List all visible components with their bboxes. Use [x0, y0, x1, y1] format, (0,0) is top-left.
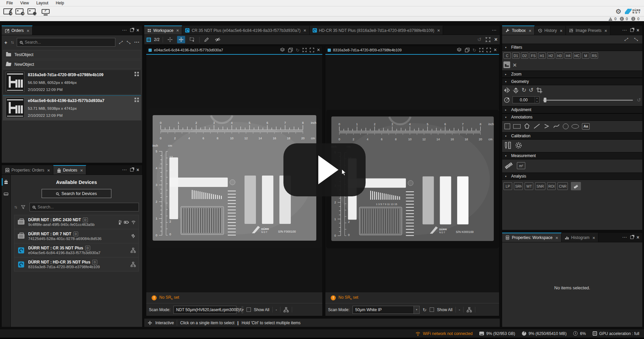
section-filters[interactable]: ▾ Filters	[502, 44, 642, 51]
copy-image-icon[interactable]	[288, 47, 293, 53]
rect-select-tool[interactable]	[188, 36, 196, 43]
section-annotations[interactable]: ▾ Annotations	[502, 113, 642, 121]
scan-mode-dropdown[interactable]: 50µm White IP ▾	[353, 306, 420, 314]
import-image-icon[interactable]: +	[15, 8, 23, 14]
analysis-lp-button[interactable]: LP	[503, 182, 512, 190]
warning-triangle-icon[interactable]: !	[608, 17, 612, 21]
annotation-line-tool[interactable]	[534, 124, 540, 129]
filter-c-button[interactable]: C	[503, 52, 511, 59]
filter-h1-button[interactable]: H1	[538, 52, 546, 59]
annotation-circle-tool[interactable]	[563, 124, 569, 129]
filter-hc-button[interactable]: HC	[573, 52, 581, 59]
scan-mode-dropdown[interactable]: NDT 50µm(HV620,laser6,rpm3000) ▾	[173, 306, 236, 314]
tab-close-icon[interactable]: ×	[304, 28, 306, 33]
workspace-tabs-menu-icon[interactable]: ···	[492, 28, 497, 32]
section-adjustment[interactable]: ▸ Adjustment	[502, 106, 642, 113]
filter-devices-icon[interactable]	[21, 205, 25, 209]
props-popout-icon[interactable]	[630, 236, 634, 239]
device-row-drc2430[interactable]: DÜRR NDT : DRC 2430 NDTD 9c4ff8fe-aeaf-4…	[14, 215, 139, 229]
orders-search-input[interactable]	[25, 38, 112, 46]
filter-h2-button[interactable]: H2	[547, 52, 554, 59]
wifi-status[interactable]: WiFi network not connected	[415, 331, 473, 336]
sort-devices-icon[interactable]: ↑↓	[14, 205, 17, 209]
circle-calibration-icon[interactable]	[515, 142, 522, 149]
devices-menu-icon[interactable]: ···	[122, 168, 127, 172]
filter-m-button[interactable]: M	[582, 52, 589, 59]
tab-close-icon[interactable]: ×	[80, 168, 83, 173]
section-analysis[interactable]: ▾ Analysis	[502, 173, 642, 180]
section-calibration[interactable]: ▾ Calibration	[502, 132, 642, 140]
rotate-cw-icon[interactable]: ↻	[522, 87, 526, 94]
copy-image-icon[interactable]	[465, 47, 470, 53]
rotation-slider[interactable]	[543, 98, 633, 102]
toolbox-popout-icon[interactable]	[630, 29, 634, 32]
reset-rotation-icon[interactable]: ↺	[637, 97, 641, 103]
viewer-header[interactable]: 8316a3e8-7d1a-4720-8f39-e3798fe4b109 ↻ ×	[325, 46, 499, 55]
spin-up-icon[interactable]: ▲	[535, 97, 539, 100]
annotation-curve-tool[interactable]	[553, 123, 560, 130]
tab-close-icon[interactable]: ×	[529, 28, 531, 33]
free-rotate-icon[interactable]	[503, 97, 510, 103]
tab-orders[interactable]: Orders ×	[2, 26, 33, 35]
devices-search[interactable]	[30, 203, 139, 211]
annotation-text-tool[interactable]: Aa	[582, 123, 590, 130]
show-all-checkbox[interactable]	[247, 307, 251, 312]
spin-down-icon[interactable]: ▼	[535, 100, 539, 103]
devices-popout-icon[interactable]	[130, 168, 133, 172]
tab-cr35[interactable]: CR 35 NDT Plus (e04ac5e6-6c84-4196-8a33-…	[182, 26, 309, 35]
analysis-snr-button[interactable]: SNR	[535, 182, 545, 190]
annotation-ellipse-tool[interactable]	[572, 124, 579, 129]
hide-annotations-tool[interactable]	[214, 36, 222, 43]
clear-filter-icon[interactable]: ×	[513, 62, 517, 68]
tab-toolbox[interactable]: Toolbox ×	[502, 26, 535, 35]
flip-horizontal-icon[interactable]	[503, 87, 510, 94]
length-calibration-icon[interactable]	[504, 142, 512, 149]
tab-hdcr35[interactable]: HD-CR 35 NDT Plus (8316a3e8-7d1a-4720-8f…	[310, 26, 443, 35]
orders-search[interactable]	[17, 38, 115, 47]
analysis-srb-button[interactable]: SRb	[514, 182, 523, 190]
measure-area-tool[interactable]: m²	[517, 162, 525, 169]
annotation-rectangle-tool[interactable]	[513, 124, 521, 129]
menu-file[interactable]: File	[3, 1, 16, 5]
error-circle-icon[interactable]: !	[620, 17, 624, 21]
add-order-icon[interactable]: +	[4, 40, 7, 45]
rotation-angle-spinner[interactable]: 0.00 ▲▼	[513, 96, 539, 103]
step-wedge-tool[interactable]	[571, 182, 581, 190]
annotation-polyline-tool[interactable]	[543, 123, 550, 130]
viewer-close-icon[interactable]: ×	[494, 47, 497, 53]
filter-d1-button[interactable]: D1	[512, 52, 520, 59]
toolbox-collapse-all-icon[interactable]: ↘↖	[634, 37, 638, 42]
info-circle-icon[interactable]: i	[631, 17, 635, 21]
tab-close-icon[interactable]: ×	[176, 28, 179, 33]
play-button-overlay[interactable]	[283, 143, 366, 196]
tab-close-icon[interactable]: ×	[604, 28, 607, 33]
tab-properties-workspace[interactable]: Properties: Workspace ×	[502, 233, 561, 242]
frame-icon[interactable]	[486, 48, 491, 52]
menu-view[interactable]: View	[16, 1, 33, 5]
device-row-cr35[interactable]: DÜRR NDT : CR 35 NDT PlusD e04ac5e6-6c84…	[14, 243, 139, 257]
order-item-selected[interactable]: e04ac5e6-6c84-4196-8a33-f577b3d930a7 53.…	[3, 95, 141, 120]
tab-properties-orders[interactable]: Properties: Orders ×	[2, 165, 53, 175]
settings-gear-icon[interactable]: ⚙	[615, 8, 622, 15]
expand-all-icon[interactable]: ↗↙	[119, 40, 123, 45]
tab-histogram[interactable]: Histogram ×	[561, 233, 598, 242]
tab-close-icon[interactable]: ×	[555, 235, 558, 240]
fit-screen-icon[interactable]	[302, 48, 307, 52]
refresh-scan-modes-icon[interactable]: ↻	[239, 307, 244, 312]
filter-rs-button[interactable]: RS	[591, 52, 598, 59]
toolbox-expand-all-icon[interactable]: ↗↙	[624, 37, 629, 42]
toolbox-close-icon[interactable]: ×	[637, 28, 639, 33]
device-row-hdcr35[interactable]: DÜRR NDT : HD-CR 35 NDT PlusD 8316a3e8-7…	[14, 257, 139, 272]
crosshair-tool[interactable]	[166, 36, 174, 43]
annotate-pencil-tool[interactable]	[203, 36, 211, 43]
tab-close-icon[interactable]: ×	[47, 168, 50, 173]
folder-testobject[interactable]: TestObject	[3, 50, 141, 59]
props-close-icon[interactable]: ×	[637, 235, 639, 240]
devices-close-icon[interactable]: ×	[137, 167, 139, 173]
info-icon[interactable]: i	[573, 331, 578, 336]
section-geometry[interactable]: ▾ Geometry	[502, 78, 642, 85]
annotation-square-tool[interactable]	[504, 124, 510, 129]
section-measurement[interactable]: ▾ Measurement	[502, 152, 642, 159]
search-for-devices-button[interactable]: Search for Devices	[42, 189, 111, 198]
frame-icon[interactable]	[310, 48, 314, 52]
